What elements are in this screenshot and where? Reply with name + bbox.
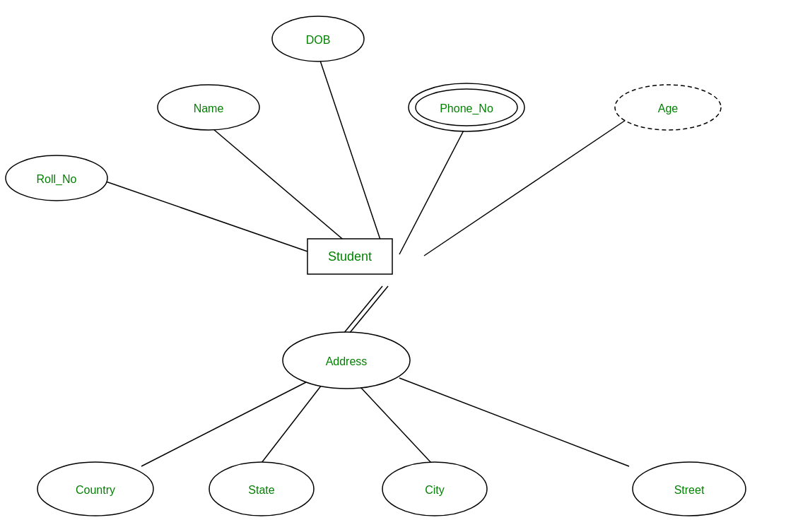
line-address-state [262,385,322,463]
country-label: Country [76,484,115,496]
address-label: Address [326,355,368,367]
dob-label: DOB [306,34,331,46]
er-diagram: Student DOB Name Phone_No Age Roll_No Ad… [0,0,786,532]
student-label: Student [328,249,372,264]
line-address-street [399,378,629,466]
phoneno-label: Phone_No [440,102,493,115]
line-student-age [424,113,636,256]
line-address-country [141,382,307,466]
name-label: Name [194,102,224,114]
line-address-city [360,387,431,463]
street-label: Street [674,484,705,496]
city-label: City [425,484,445,496]
line-student-address-1 [344,286,382,333]
line-student-name [209,125,360,254]
line-student-dob [318,54,385,254]
line-student-address-2 [349,286,388,333]
rollno-label: Roll_No [37,173,77,186]
line-student-phoneno [399,125,467,254]
state-label: State [248,484,274,496]
age-label: Age [658,102,679,114]
